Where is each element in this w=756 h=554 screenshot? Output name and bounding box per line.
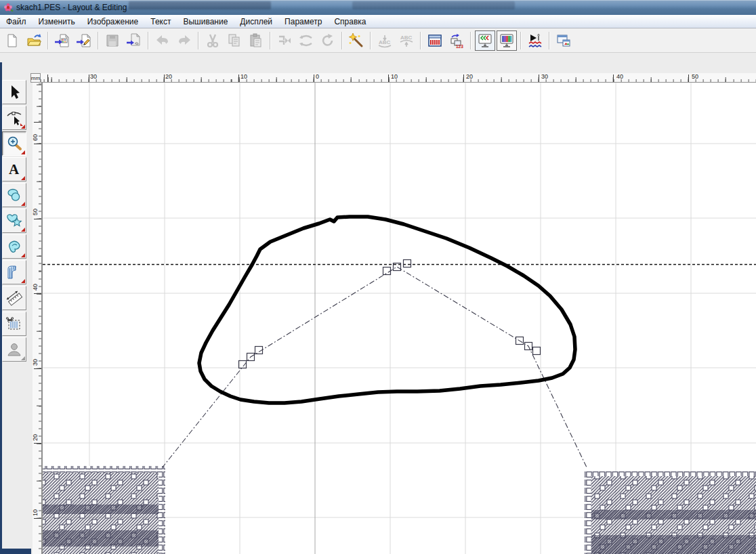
save-button[interactable] (102, 30, 123, 51)
ruler-unit-label: mm (31, 75, 40, 81)
auto-punch-wizard-button[interactable] (346, 30, 366, 51)
toolbar-separator (520, 32, 522, 49)
flip-vertical-button[interactable] (296, 30, 316, 51)
import-image-button[interactable] (74, 30, 94, 51)
vertical-ruler: 60 50 40 30 20 10 (33, 83, 42, 554)
node-handle[interactable] (533, 347, 541, 355)
realistic-view-icon (499, 33, 515, 49)
ruler-label: 30 (541, 73, 548, 80)
reference-window-button[interactable] (553, 30, 574, 51)
import-design-button[interactable] (52, 30, 72, 51)
background-window-artifact (352, 1, 515, 9)
window-border-bottom-left (0, 549, 31, 554)
ruler-label: 40 (32, 282, 41, 292)
manual-punch-tool-button[interactable] (2, 260, 26, 284)
new-file-button[interactable] (2, 30, 22, 51)
rotate-button[interactable] (318, 30, 338, 51)
select-arrow-icon (5, 83, 23, 101)
menu-sew[interactable]: Вышивание (177, 16, 234, 28)
shapes-ellipse-tool-button[interactable] (2, 183, 26, 207)
point-edit-tool-button[interactable] (2, 106, 26, 130)
select-tool-button[interactable] (2, 80, 26, 104)
copy-icon (226, 33, 243, 49)
flyout-indicator (21, 228, 25, 232)
design-canvas[interactable] (42, 83, 756, 554)
paste-button[interactable] (246, 30, 266, 51)
background-window-artifact (129, 1, 271, 9)
cut-button[interactable] (203, 30, 223, 51)
toolbar-separator (420, 32, 421, 49)
save-icon (104, 33, 121, 49)
horizontal-ruler: 30 20 10 0 10 20 30 40 50 (41, 73, 756, 83)
stitch-view-button[interactable] (475, 30, 495, 51)
tool-palette: A (2, 80, 29, 363)
ruler-label: 10 (240, 73, 247, 80)
toolbar-separator (47, 32, 49, 49)
copy-button[interactable] (224, 30, 245, 51)
pe-design-window: { "window": { "title": "skach1.PES - Lay… (0, 0, 756, 554)
ruler-unit-box: mm (30, 73, 41, 83)
flip-horizontal-icon (276, 33, 293, 49)
flyout-indicator (21, 279, 25, 283)
flip-vertical-icon (298, 33, 314, 49)
sewing-order-button[interactable]: 123 (446, 30, 467, 51)
menu-text[interactable]: Текст (144, 16, 177, 28)
paste-icon (248, 33, 264, 49)
flyout-indicator (21, 253, 25, 257)
reference-window-icon (555, 33, 572, 49)
import-image-icon (76, 33, 92, 49)
ruler-label: 50 (692, 73, 698, 80)
ruler-label: 40 (616, 73, 623, 80)
node-handle[interactable] (383, 268, 391, 275)
ruler-label: 50 (32, 207, 41, 217)
measure-tool-button[interactable] (2, 286, 26, 310)
flip-horizontal-button[interactable] (274, 30, 295, 51)
cut-icon (205, 33, 221, 49)
freehand-outline-shape[interactable] (199, 217, 575, 403)
toolbar-separator (148, 32, 149, 49)
undo-icon (154, 33, 171, 49)
stitch-block-right[interactable] (585, 469, 756, 554)
open-folder-icon (26, 33, 42, 49)
toolbar-separator (270, 32, 271, 49)
redo-button[interactable] (174, 30, 194, 51)
menu-file[interactable]: Файл (0, 16, 33, 28)
menu-edit[interactable]: Изменить (33, 16, 81, 28)
zoom-tool-button[interactable] (2, 131, 26, 156)
text-arc-up-button[interactable]: ABC (396, 30, 417, 51)
stitch-block-left[interactable] (43, 466, 165, 554)
open-file-button[interactable] (24, 30, 44, 51)
menu-image[interactable]: Изображение (81, 16, 145, 28)
sewing-attributes-button[interactable] (425, 30, 445, 51)
svg-text:A: A (9, 161, 20, 177)
split-stitch-tool-button[interactable] (2, 312, 26, 336)
path-node-handles (239, 260, 541, 368)
portrait-tool-button[interactable] (2, 337, 26, 362)
menu-option[interactable]: Параметр (278, 16, 328, 28)
export-button[interactable] (124, 30, 144, 51)
shapes-star-tool-button[interactable] (2, 209, 26, 233)
undo-button[interactable] (152, 30, 173, 51)
main-toolbar: ABC ABC 123 (0, 28, 756, 53)
freehand-tool-button[interactable] (2, 234, 26, 259)
canvas-drawing (43, 83, 756, 554)
stitch-simulator-button[interactable] (525, 30, 545, 51)
sewing-attributes-icon (427, 33, 443, 49)
text-tool-button[interactable]: A (2, 157, 26, 182)
menu-help[interactable]: Справка (328, 16, 372, 28)
title-bar[interactable]: skach1.PES - Layout & Editing (0, 0, 756, 15)
ruler-label: 30 (32, 358, 41, 367)
sewing-order-icon: 123 (448, 33, 465, 49)
realistic-view-button[interactable] (497, 30, 517, 51)
node-handle[interactable] (404, 260, 411, 268)
stitch-view-icon (477, 33, 493, 49)
toolbar-separator (370, 32, 371, 49)
svg-text:ABC: ABC (400, 35, 413, 41)
menu-bar: Файл Изменить Изображение Текст Вышивани… (0, 15, 756, 28)
redo-icon (176, 33, 192, 49)
toolbar-separator (98, 32, 99, 49)
toolbar-separator (198, 32, 199, 49)
text-arc-down-button[interactable]: ABC (375, 30, 395, 51)
toolbar-separator (470, 32, 471, 49)
menu-display[interactable]: Дисплей (234, 16, 278, 28)
